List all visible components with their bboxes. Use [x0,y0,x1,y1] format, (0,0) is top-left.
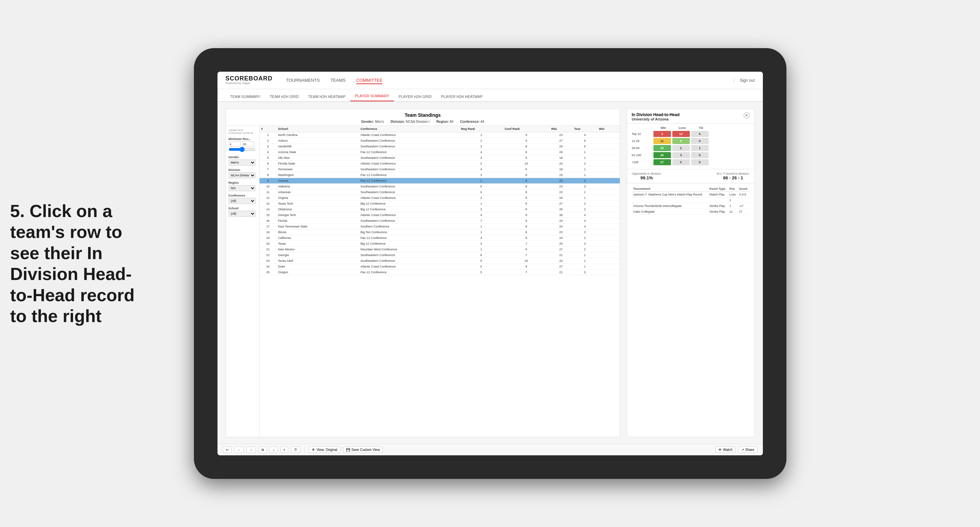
row-rds: 23 [549,172,572,178]
region-select[interactable]: N/A [229,185,256,191]
gender-filter: Gender Men's [229,156,256,165]
row-num: 19 [259,235,277,241]
table-row[interactable]: 23 Texas A&M Southeastern Conference 9 1… [259,258,620,264]
row-school: Oregon [277,270,359,275]
row-rds: 27 [549,201,572,206]
table-row[interactable]: 14 Oklahoma Big 12 Conference 2 8 26 2 [259,206,620,212]
subnav-team-h2h-heatmap[interactable]: TEAM H2H HEATMAP [303,92,350,101]
table-row[interactable]: 24 Duke Atlantic Coast Conference 5 9 27… [259,264,620,270]
subnav-player-summary[interactable]: PLAYER SUMMARY [350,91,394,101]
copy-button[interactable]: ⧉ [259,446,267,453]
nav-tournaments[interactable]: TOURNAMENTS [286,76,320,84]
gender-select[interactable]: Men's [229,160,256,165]
division-select[interactable]: NCAA Division I [229,172,256,178]
row-reg-rank: 4 [460,167,503,172]
timer-button[interactable]: ⏱ [291,446,300,453]
row-tour: 4 [572,224,597,230]
table-row[interactable]: 3 Vanderbilt Southeastern Conference 2 8… [259,144,620,149]
row-num: 8 [259,172,277,178]
paste-button[interactable]: ⬦ [270,446,278,453]
table-row[interactable]: 5 Ole Miss Southeastern Conference 3 6 1… [259,155,620,161]
share-button[interactable]: ↗ Share [738,446,757,453]
row-school: Illinois [277,230,359,235]
row-rds: 29 [549,144,572,149]
row-conference: Pac-12 Conference [359,178,460,184]
table-row[interactable]: 16 Florida Southeastern Conference 7 9 2… [259,218,620,224]
col-conference: Conference [359,126,460,132]
row-school: Alabama [277,184,359,189]
min-rou-slider[interactable] [229,147,256,152]
table-row[interactable]: 15 Georgia Tech Atlantic Coast Conferenc… [259,212,620,218]
row-conference: Southern Conference [359,224,460,230]
add-button[interactable]: + [280,446,288,453]
conference-select[interactable]: (All) [229,198,256,204]
table-row[interactable]: 17 East Tennessee State Southern Confere… [259,224,620,230]
table-row[interactable]: 18 Illinois Big Ten Conference 1 9 23 3 [259,230,620,235]
row-school: Virginia [277,195,359,201]
table-row[interactable]: 9 Arizona Pac-12 Conference 1 8 23 2 [259,178,620,184]
nav-committee[interactable]: COMMITTEE [356,76,382,84]
row-win [597,172,620,178]
row-conf-rank: 9 [503,218,549,224]
h2h-win-header: Win [655,126,672,130]
undo-button[interactable]: ↩ [223,446,232,453]
row-conf-rank: 10 [503,161,549,167]
watch-button[interactable]: 👁 Watch [715,446,736,453]
table-row[interactable]: 2 Auburn Southeastern Conference 1 9 27 … [259,138,620,144]
row-reg-rank: 3 [460,155,503,161]
row-conf-rank: 7 [503,270,549,275]
row-conf-rank: 8 [503,212,549,218]
table-row[interactable]: 12 Virginia Atlantic Coast Conference 3 … [259,195,620,201]
min-rou-max-input[interactable] [242,141,254,147]
h2h-tie-cell: 0 [691,159,709,165]
sign-out-button[interactable]: Sign out [734,78,754,83]
table-row[interactable]: 20 Texas Big 12 Conference 3 7 20 0 [259,241,620,247]
division-filter: Division NCAA Division I [229,168,256,178]
table-row[interactable]: 13 Texas Tech Big 12 Conference 1 9 27 2 [259,201,620,206]
table-row[interactable]: 4 Arizona State Pac-12 Conference 4 6 26… [259,149,620,155]
table-row[interactable]: 7 Tennessee Southeastern Conference 4 6 … [259,167,620,172]
row-conference: Southeastern Conference [359,138,460,144]
table-row[interactable]: 6 Florida State Atlantic Coast Conferenc… [259,161,620,167]
subnav-team-summary[interactable]: TEAM SUMMARY [226,92,265,101]
subnav-player-h2h-heatmap[interactable]: PLAYER H2H HEATMAP [436,92,487,101]
table-row[interactable]: 11 Arkansas Southeastern Conference 6 8 … [259,189,620,195]
h2h-win-cell: 3 [654,131,671,137]
h2h-title: In Division Head-to-Head [632,113,680,117]
table-row[interactable]: 1 North Carolina Atlantic Coast Conferen… [259,132,620,138]
nav-links: TOURNAMENTS TEAMS COMMITTEE [286,76,721,84]
row-tour: 1 [572,149,597,155]
table-row[interactable]: 10 Alabama Southeastern Conference 5 8 2… [259,184,620,189]
min-rou-input[interactable] [229,141,241,147]
table-row[interactable]: 19 California Pac-12 Conference 4 8 24 2 [259,235,620,241]
nav-teams[interactable]: TEAMS [331,76,346,84]
school-select[interactable]: (All) [229,211,256,217]
subnav-team-h2h-grid[interactable]: TEAM H2H GRID [265,92,303,101]
row-conf-rank: 8 [503,172,549,178]
standings-panel: Team Standings Gender: Men's Division: N… [226,109,620,437]
row-school: Texas Tech [277,201,359,206]
save-custom-button[interactable]: 💾 Save Custom View [343,446,383,453]
row-num: 4 [259,149,277,155]
row-win [597,167,620,172]
row-num: 21 [259,247,277,252]
back-button[interactable]: ← [234,446,244,453]
row-conf-rank: 9 [503,201,549,206]
row-conference: Southeastern Conference [359,252,460,258]
view-original-button[interactable]: 👁 View: Original [309,446,340,453]
h2h-close-button[interactable]: ✕ [744,113,750,119]
row-win [597,258,620,264]
tournament-row: Jackson T. Stephens Cup Men's Match-Play… [632,192,750,198]
table-row[interactable]: 8 Washington Pac-12 Conference 2 8 23 1 [259,172,620,178]
row-conf-rank: 8 [503,206,549,212]
forward-button[interactable]: → [247,446,256,453]
row-reg-rank: 2 [460,172,503,178]
conference-filter: Conference (All) [229,194,256,204]
subnav-player-h2h-grid[interactable]: PLAYER H2H GRID [394,92,436,101]
row-conference: Southeastern Conference [359,218,460,224]
table-row[interactable]: 21 New Mexico Mountain West Conference 1… [259,247,620,252]
table-row[interactable]: 25 Oregon Pac-12 Conference 5 7 21 0 [259,270,620,275]
row-rds: 21 [549,270,572,275]
table-row[interactable]: 22 Georgia Southeastern Conference 8 7 2… [259,252,620,258]
row-win [597,201,620,206]
